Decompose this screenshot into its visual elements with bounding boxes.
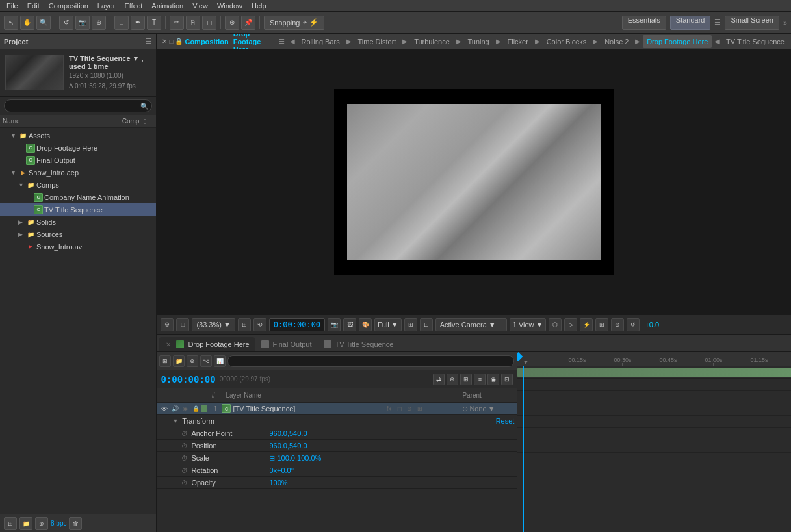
menu-layer[interactable]: Layer bbox=[94, 1, 120, 10]
tree-item-sources[interactable]: ▶ 📁 Sources bbox=[0, 228, 156, 240]
nav-flicker[interactable]: Flicker bbox=[503, 35, 532, 48]
rotation-value[interactable]: 0x+0.0° bbox=[269, 466, 514, 474]
nav-turbulence[interactable]: Turbulence bbox=[410, 35, 454, 48]
eraser-tool[interactable]: ◻ bbox=[202, 16, 216, 30]
camera-tool[interactable]: 📷 bbox=[75, 16, 90, 30]
hand-tool[interactable]: ✋ bbox=[20, 16, 34, 30]
menu-effect[interactable]: Effect bbox=[120, 1, 146, 10]
layer-audio-1[interactable]: 🔊 bbox=[170, 405, 180, 412]
nav-left-arrow[interactable]: ◀ bbox=[289, 35, 296, 48]
nav-arrow-2[interactable]: ▶ bbox=[345, 35, 353, 48]
viewer-3d-btn[interactable]: ⬡ bbox=[549, 318, 562, 331]
position-value[interactable]: 960.0,540.0 bbox=[269, 442, 514, 450]
nav-arrow-5[interactable]: ▶ bbox=[495, 35, 502, 48]
standard-workspace[interactable]: Standard bbox=[670, 16, 711, 30]
opacity-stopwatch[interactable]: ⏱ bbox=[180, 478, 189, 487]
layer-ctrl-motion[interactable]: ⌥ bbox=[200, 355, 212, 367]
snapping-button[interactable]: Snapping ⌖ ⚡ bbox=[264, 16, 324, 30]
nav-tuning[interactable]: Tuning bbox=[464, 35, 493, 48]
nav-arrow-8[interactable]: ▶ bbox=[634, 35, 642, 48]
menu-file[interactable]: File bbox=[3, 1, 22, 10]
viewer-settings-btn[interactable]: ⚙ bbox=[161, 318, 174, 331]
layer-solo-1[interactable]: ◉ bbox=[180, 405, 190, 412]
layer-lock-1[interactable]: 🔒 bbox=[190, 405, 201, 412]
viewer-resolution-btn[interactable]: ⊡ bbox=[420, 318, 433, 331]
nav-arrow-6[interactable]: ▶ bbox=[534, 35, 541, 48]
shape-rect[interactable]: □ bbox=[114, 16, 129, 30]
menu-composition[interactable]: Composition bbox=[45, 1, 92, 10]
track-bar-1[interactable] bbox=[517, 368, 791, 377]
more-workspaces-icon[interactable]: » bbox=[783, 19, 787, 27]
rotate-tool[interactable]: ↺ bbox=[59, 16, 73, 30]
switch-adjust-1[interactable]: ⊕ bbox=[405, 404, 414, 413]
tree-item-tv-title[interactable]: C TV Title Sequence bbox=[0, 203, 156, 216]
anchor-value[interactable]: 960.0,540.0 bbox=[269, 429, 514, 437]
layer-search-input[interactable] bbox=[227, 355, 514, 367]
layer-ctrl-solo[interactable]: 📁 bbox=[173, 355, 185, 367]
layer-row-1[interactable]: 👁 🔊 ◉ 🔒 1 C [TV Title Sequen bbox=[157, 403, 517, 415]
pen-tool[interactable]: ✒ bbox=[131, 16, 145, 30]
bpc-label[interactable]: 8 bpc bbox=[51, 520, 66, 527]
timeline-tool-3[interactable]: ⊞ bbox=[460, 374, 472, 385]
menu-help[interactable]: Help bbox=[248, 1, 270, 10]
position-stopwatch[interactable]: ⏱ bbox=[180, 441, 189, 450]
menu-animation[interactable]: Animation bbox=[148, 1, 187, 10]
new-comp-btn[interactable]: ⊕ bbox=[35, 517, 48, 530]
zoom-tool[interactable]: 🔍 bbox=[36, 16, 51, 30]
switch-motion-1[interactable]: ◻ bbox=[395, 404, 404, 413]
layer-ctrl-audio[interactable]: ⊕ bbox=[187, 355, 198, 367]
timeline-tab-tv-title[interactable]: TV Title Sequence bbox=[318, 337, 399, 351]
scale-value[interactable]: ⊞ 100.0,100.0% bbox=[269, 454, 514, 462]
tree-item-drop-footage[interactable]: C Drop Footage Here bbox=[0, 142, 156, 154]
tree-item-comps[interactable]: ▼ 📁 Comps bbox=[0, 179, 156, 191]
comp-close-icon[interactable]: ✕ bbox=[162, 38, 167, 45]
timeline-tool-6[interactable]: ⊡ bbox=[501, 374, 513, 385]
clone-tool[interactable]: ⎘ bbox=[186, 16, 200, 30]
viewer-grid-btn[interactable]: ⊞ bbox=[238, 318, 251, 331]
layer-parent-1[interactable]: ⊕ None ▼ bbox=[462, 405, 514, 413]
nav-tv-title-seq[interactable]: TV Title Sequence bbox=[722, 35, 788, 48]
tree-item-assets[interactable]: ▼ 📁 Assets bbox=[0, 129, 156, 142]
small-screen-button[interactable]: Small Screen bbox=[725, 16, 779, 30]
layer-ctrl-graph[interactable]: 📊 bbox=[214, 355, 226, 367]
viewer-render-btn[interactable]: ▷ bbox=[564, 318, 577, 331]
nav-arrow-4[interactable]: ▶ bbox=[455, 35, 463, 48]
nav-time-distort[interactable]: Time Distort bbox=[354, 35, 400, 48]
active-camera-select[interactable]: Active Camera ▼ bbox=[435, 318, 507, 331]
viewer-show-snap-btn[interactable]: 🖼 bbox=[343, 318, 356, 331]
tree-item-company-name[interactable]: C Company Name Animation bbox=[0, 191, 156, 203]
nav-noise-2[interactable]: Noise 2 bbox=[601, 35, 632, 48]
workspace-options-icon[interactable]: ☰ bbox=[714, 18, 721, 27]
zoom-display[interactable]: (33.3%) ▼ bbox=[192, 318, 235, 331]
comp-tab-menu[interactable]: ☰ bbox=[279, 38, 285, 45]
layer-visibility-1[interactable]: 👁 bbox=[159, 403, 170, 414]
reset-label[interactable]: Reset bbox=[496, 417, 515, 425]
transform-header[interactable]: ▼ Transform Reset bbox=[157, 415, 517, 427]
viewer-snapshot-btn[interactable]: 📷 bbox=[328, 318, 341, 331]
menu-view[interactable]: View bbox=[188, 1, 212, 10]
viewer-timeline-btn[interactable]: ⊞ bbox=[595, 318, 608, 331]
timeline-tool-4[interactable]: ≡ bbox=[474, 374, 486, 385]
viewer-flowchart-btn[interactable]: ⊕ bbox=[611, 318, 624, 331]
viewer-toggle-btn[interactable]: ⟲ bbox=[253, 318, 266, 331]
prop-rotation[interactable]: ⏱ Rotation 0x+0.0° bbox=[157, 464, 517, 477]
new-folder-btn[interactable]: 📁 bbox=[19, 517, 32, 530]
pin-tool[interactable]: 📌 bbox=[241, 16, 255, 30]
anchor-stopwatch[interactable]: ⏱ bbox=[180, 429, 189, 438]
viewer-fast-preview[interactable]: ⚡ bbox=[580, 318, 593, 331]
nav-rolling-bars[interactable]: Rolling Bars bbox=[297, 35, 343, 48]
exposure-value[interactable]: +0.0 bbox=[645, 321, 659, 329]
prop-scale[interactable]: ⏱ Scale ⊞ 100.0,100.0% bbox=[157, 452, 517, 464]
project-settings-btn[interactable]: ⊞ bbox=[4, 517, 17, 530]
tree-item-avi[interactable]: ▶ Show_Intro.avi bbox=[0, 240, 156, 253]
viewer-region-btn[interactable]: □ bbox=[176, 318, 189, 331]
project-menu-icon[interactable]: ☰ bbox=[146, 37, 152, 45]
scale-stopwatch[interactable]: ⏱ bbox=[180, 453, 189, 462]
switch-3d-1[interactable]: ⊞ bbox=[415, 404, 424, 413]
timeline-tool-1[interactable]: ⇄ bbox=[433, 374, 445, 385]
prop-anchor-point[interactable]: ⏱ Anchor Point 960.0,540.0 bbox=[157, 427, 517, 440]
prop-position[interactable]: ⏱ Position 960.0,540.0 bbox=[157, 440, 517, 452]
nav-arrow-3[interactable]: ▶ bbox=[401, 35, 409, 48]
viewer-reset-btn[interactable]: ↺ bbox=[627, 318, 640, 331]
anchor-tool[interactable]: ⊕ bbox=[92, 16, 106, 30]
